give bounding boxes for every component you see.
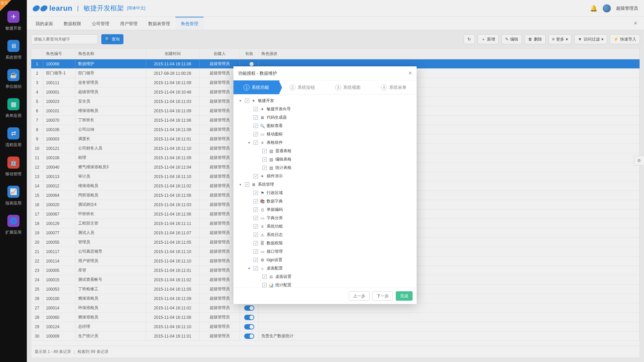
node-label: 接口管理 [267, 249, 283, 254]
next-button[interactable]: 下一步 [372, 291, 393, 301]
node-label: 统计表格 [275, 165, 291, 171]
node-icon: ▭ [260, 249, 265, 254]
node-label: 字典分类 [267, 215, 283, 221]
node-label: 代码生成器 [267, 115, 287, 120]
node-icon: ▭ [260, 132, 265, 137]
tree-node[interactable]: ✓⎙单据编码 [239, 205, 413, 214]
step-0[interactable]: 1系统功能 [233, 80, 279, 94]
node-label: 插件演示 [267, 173, 283, 179]
node-icon: 🔍 [260, 124, 265, 128]
tree-node[interactable]: ✓🗄数据权限 [239, 239, 413, 247]
checkbox[interactable]: ✓ [262, 275, 267, 279]
tree-node[interactable]: ✓▭字典分类 [239, 214, 413, 222]
checkbox[interactable]: ✓ [254, 107, 258, 111]
node-label: 数据字典 [267, 198, 283, 204]
checkbox[interactable]: ✓ [262, 166, 267, 170]
checkbox[interactable]: ✓ [254, 241, 258, 245]
checkbox[interactable]: ✓ [254, 216, 258, 220]
tree-node[interactable]: ▾✓🖥系统管理 [239, 180, 413, 189]
tree-node[interactable]: ✓▤统计表格 [239, 164, 413, 172]
checkbox[interactable]: ✓ [245, 182, 249, 187]
step-1[interactable]: 2系统按钮 [279, 80, 325, 94]
step-2[interactable]: 3系统视图 [325, 80, 371, 94]
tree-node[interactable]: ✓✈敏捷开发向导 [239, 105, 413, 113]
checkbox[interactable]: ✓ [254, 191, 258, 195]
checkbox[interactable]: ✓ [254, 199, 258, 203]
node-label: 普通表格 [275, 148, 291, 154]
node-label: 统计配置 [275, 282, 291, 288]
tree-node[interactable]: ▾✓⌂桌面配置 [239, 264, 413, 273]
node-icon: ▤ [269, 166, 273, 170]
permission-tree: ▾✓✈敏捷开发✓✈敏捷开发向导✓🖥代码生成器✓🔍图标查看✓▭移动图标▾✓≡表格组… [233, 95, 417, 288]
checkbox[interactable]: ✓ [262, 157, 267, 162]
tree-node[interactable]: ✓✈插件演示 [239, 172, 413, 180]
node-label: 系统功能 [267, 224, 283, 229]
node-label: 桌面配置 [267, 265, 283, 271]
wizard-steps: 1系统功能2系统按钮3系统视图4系统表单 [233, 80, 417, 95]
checkbox[interactable]: ✓ [254, 207, 258, 212]
tree-node[interactable]: ✓⚠系统日志 [239, 231, 413, 239]
checkbox[interactable]: ✓ [254, 233, 258, 237]
node-icon: ⚠ [260, 233, 265, 237]
step-3[interactable]: 4系统表单 [371, 80, 417, 94]
node-icon: ⚑ [260, 191, 265, 195]
checkbox[interactable]: ✓ [254, 258, 258, 262]
tree-node[interactable]: ✓📊统计配置 [239, 281, 413, 288]
checkbox[interactable]: ✓ [254, 266, 258, 270]
node-label: 表格组件 [267, 140, 283, 145]
finish-button[interactable]: 完成 [396, 291, 413, 301]
checkbox[interactable]: ✓ [254, 249, 258, 254]
tree-node[interactable]: ✓⚖桌面设置 [239, 273, 413, 281]
auth-modal: 功能授权 - 数据维护 × 1系统功能2系统按钮3系统视图4系统表单 ▾✓✈敏捷… [233, 66, 417, 304]
node-icon: ⚙ [260, 258, 265, 262]
checkbox[interactable]: ✓ [262, 149, 267, 153]
tree-node[interactable]: ▾✓≡表格组件 [239, 138, 413, 147]
expander-icon[interactable]: ▾ [248, 141, 252, 144]
checkbox[interactable]: ✓ [254, 115, 258, 120]
tree-node[interactable]: ✓⚑行政区域 [239, 189, 413, 197]
node-icon: ✈ [260, 107, 265, 112]
tree-node[interactable]: ▾✓✈敏捷开发 [239, 97, 413, 105]
node-icon: ▤ [269, 157, 273, 162]
node-label: 行政区域 [267, 190, 283, 196]
node-label: 桌面设置 [275, 274, 291, 280]
prev-button[interactable]: 上一步 [349, 291, 370, 301]
node-label: 编辑表格 [275, 157, 291, 162]
modal-title: 功能授权 - 数据维护 [238, 70, 277, 76]
node-icon: ⚖ [269, 275, 273, 279]
checkbox[interactable]: ✓ [245, 99, 249, 103]
node-icon: ≡ [260, 224, 265, 229]
checkbox[interactable]: ✓ [254, 174, 258, 178]
node-label: logo设置 [267, 257, 282, 263]
tree-node[interactable]: ✓▭接口管理 [239, 247, 413, 256]
tree-node[interactable]: ✓▤普通表格 [239, 147, 413, 155]
checkbox[interactable]: ✓ [262, 283, 267, 287]
expander-icon[interactable]: ▾ [248, 266, 252, 270]
tree-node[interactable]: ✓🔍图标查看 [239, 122, 413, 130]
checkbox[interactable]: ✓ [254, 124, 258, 128]
tree-node[interactable]: ✓▤编辑表格 [239, 155, 413, 164]
checkbox[interactable]: ✓ [254, 132, 258, 136]
checkbox[interactable]: ✓ [254, 140, 258, 145]
node-label: 单据编码 [267, 207, 283, 213]
close-icon[interactable]: × [408, 70, 412, 77]
node-icon: ≡ [260, 140, 265, 145]
node-icon: ✈ [251, 99, 256, 103]
node-icon: 🖥 [251, 182, 256, 187]
node-icon: ⌂ [260, 266, 265, 271]
expander-icon[interactable]: ▾ [239, 183, 243, 186]
tree-node[interactable]: ✓≡系统功能 [239, 222, 413, 231]
tree-node[interactable]: ✓⚙logo设置 [239, 256, 413, 264]
checkbox[interactable]: ✓ [254, 224, 258, 229]
node-icon: 📊 [269, 283, 273, 288]
tree-node[interactable]: ✓📚数据字典 [239, 197, 413, 205]
node-icon: ▭ [260, 216, 265, 221]
node-label: 数据权限 [267, 240, 283, 246]
node-label: 系统日志 [267, 232, 283, 238]
expander-icon[interactable]: ▾ [239, 99, 243, 103]
node-icon: 📚 [260, 199, 265, 204]
tree-node[interactable]: ✓🖥代码生成器 [239, 113, 413, 122]
node-label: 敏捷开发 [258, 98, 274, 104]
tree-node[interactable]: ✓▭移动图标 [239, 130, 413, 138]
node-icon: ▤ [269, 149, 273, 154]
